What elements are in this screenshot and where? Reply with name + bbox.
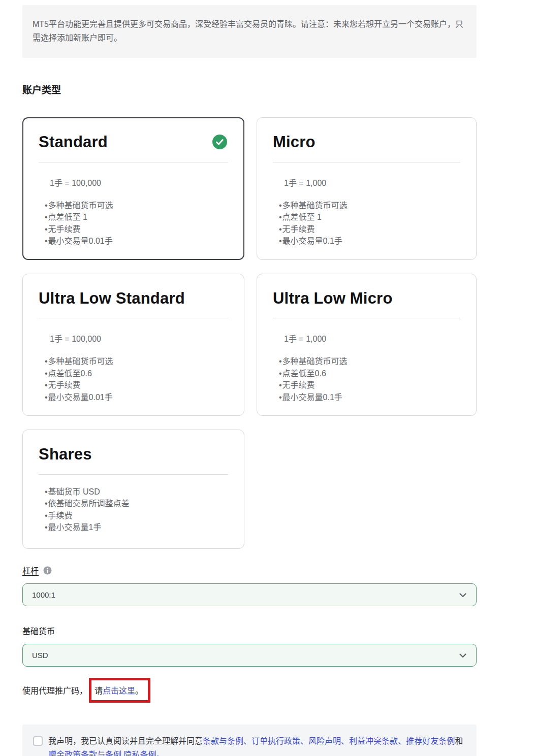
promo-code-row: 使用代理推广码，请点击这里。 [22, 677, 477, 703]
leverage-select-value: 1000:1 [32, 590, 55, 599]
card-feature: 最小交易量0.1手 [279, 235, 460, 247]
card-lot-size: 1手 = 100,000 [50, 176, 228, 188]
refer-a-friend-link[interactable]: 推荐好友条例 [406, 737, 455, 745]
card-feature: 最小交易量0.01手 [45, 235, 228, 247]
card-feature: 点差低至 1 [279, 211, 460, 223]
promo-click-here-link[interactable]: 点击这里 [103, 684, 135, 696]
agreement-text: 我声明，我已认真阅读并且完全理解并同意条款与条例、订单执行政策、风险声明、利益冲… [48, 734, 464, 756]
order-execution-policy-link[interactable]: 订单执行政策 [251, 737, 300, 745]
card-feature: 最小交易量0.1手 [279, 391, 460, 404]
annotation-red-box: 请点击这里。 [89, 678, 150, 703]
agreement-box: 我声明，我已认真阅读并且完全理解并同意条款与条例、订单执行政策、风险声明、利益冲… [22, 725, 477, 756]
card-feature-list: 基础货币 USD 依基础交易所调整点差 手续费 最小交易量1手 [45, 486, 228, 534]
leverage-label: 杠杆 [22, 564, 39, 576]
card-feature-list: 多种基础货币可选 点差低至 1 无手续费 最小交易量0.01手 [45, 200, 228, 247]
chevron-down-icon [459, 651, 466, 660]
info-icon[interactable] [43, 566, 52, 575]
conflict-of-interest-link[interactable]: 利益冲突条款 [349, 737, 398, 745]
card-title: Ultra Low Micro [273, 289, 393, 308]
base-currency-select[interactable]: USD [22, 644, 477, 667]
card-feature-list: 多种基础货币可选 点差低至 1 无手续费 最小交易量0.1手 [279, 200, 460, 247]
card-title: Standard [39, 133, 108, 151]
card-title: Ultra Low Standard [39, 289, 185, 308]
promo-inside-suffix: 。 [135, 684, 143, 696]
card-feature: 最小交易量0.01手 [45, 391, 228, 404]
card-lot-size: 1手 = 1,000 [284, 332, 460, 344]
terms-link[interactable]: 条款与条例 [203, 737, 243, 745]
card-lot-size: 1手 = 1,000 [284, 176, 460, 188]
card-feature: 多种基础货币可选 [45, 355, 228, 368]
account-type-card-micro[interactable]: Micro 1手 = 1,000 多种基础货币可选 点差低至 1 无手续费 最小… [257, 117, 477, 260]
base-currency-select-value: USD [32, 651, 48, 660]
card-feature: 无手续费 [45, 379, 228, 391]
card-feature: 基础货币 USD [45, 486, 228, 498]
card-feature: 点差低至0.6 [45, 368, 228, 380]
base-currency-label: 基础货币 [22, 624, 55, 637]
card-feature: 点差低至0.6 [279, 368, 460, 380]
card-feature: 多种基础货币可选 [279, 200, 460, 212]
card-feature: 手续费 [45, 510, 228, 522]
account-type-card-ultra-low-standard[interactable]: Ultra Low Standard 1手 = 100,000 多种基础货币可选… [22, 274, 244, 416]
card-feature: 无手续费 [279, 223, 460, 236]
bonus-policy-link[interactable]: 赠金政策条款与条例 [48, 750, 121, 756]
card-divider [39, 162, 228, 162]
info-banner-text: MT5平台功能更完善且提供更多可交易商品，深受经验丰富交易员的青睐。请注意：未来… [33, 20, 463, 42]
agreement-prefix: 我声明，我已认真阅读并且完全理解并同意 [48, 737, 203, 745]
agreement-checkbox[interactable] [33, 736, 43, 746]
selected-check-icon [212, 135, 227, 149]
info-banner: MT5平台功能更完善且提供更多可交易商品，深受经验丰富交易员的青睐。请注意：未来… [22, 5, 477, 58]
chevron-down-icon [459, 590, 466, 600]
privacy-policy-link[interactable]: 隐私条例 [123, 750, 156, 756]
card-feature: 点差低至 1 [45, 211, 228, 223]
promo-code-label: 使用代理推广码， [22, 684, 87, 696]
card-divider [39, 474, 228, 475]
account-type-heading: 账户类型 [22, 82, 477, 96]
card-title: Shares [39, 445, 92, 464]
risk-disclosure-link[interactable]: 风险声明 [308, 737, 341, 745]
card-feature: 最小交易量1手 [45, 521, 228, 534]
card-feature: 依基础交易所调整点差 [45, 498, 228, 510]
account-type-grid: Standard 1手 = 100,000 多种基础货币可选 点差低至 1 无手… [22, 117, 477, 549]
promo-inside-prefix: 请 [95, 684, 103, 696]
card-lot-size: 1手 = 100,000 [50, 332, 228, 344]
account-type-card-shares[interactable]: Shares 基础货币 USD 依基础交易所调整点差 手续费 最小交易量1手 [22, 430, 244, 549]
card-feature: 多种基础货币可选 [45, 200, 228, 212]
card-feature: 多种基础货币可选 [279, 355, 460, 368]
account-type-card-ultra-low-micro[interactable]: Ultra Low Micro 1手 = 1,000 多种基础货币可选 点差低至… [257, 274, 477, 416]
account-type-card-standard[interactable]: Standard 1手 = 100,000 多种基础货币可选 点差低至 1 无手… [22, 117, 244, 260]
leverage-select[interactable]: 1000:1 [22, 583, 477, 606]
account-setup-form: MT5平台功能更完善且提供更多可交易商品，深受经验丰富交易员的青睐。请注意：未来… [22, 5, 477, 756]
card-divider [39, 318, 228, 318]
card-divider [273, 162, 460, 162]
card-divider [273, 318, 460, 318]
card-feature: 无手续费 [45, 223, 228, 236]
card-feature-list: 多种基础货币可选 点差低至0.6 无手续费 最小交易量0.01手 [45, 355, 228, 403]
agreement-conjunction: 和 [455, 737, 463, 745]
card-feature: 无手续费 [279, 379, 460, 391]
card-feature-list: 多种基础货币可选 点差低至0.6 无手续费 最小交易量0.1手 [279, 355, 460, 403]
card-title: Micro [273, 133, 316, 151]
